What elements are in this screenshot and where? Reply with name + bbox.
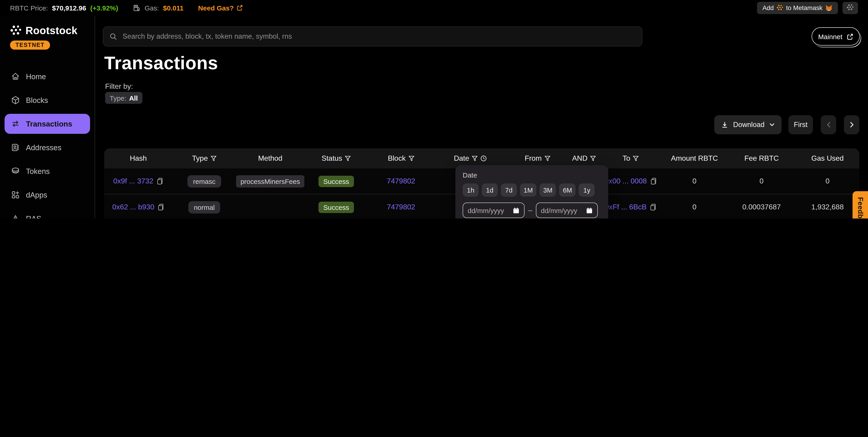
- status-badge: Success: [318, 175, 354, 187]
- network-stats: RBTC Price: $70,912.96 (+3.92%) Gas: $0.…: [10, 4, 243, 11]
- copy-icon[interactable]: [156, 177, 163, 185]
- sidebar-item-ras[interactable]: RAS: [5, 208, 90, 218]
- topbar-actions: Add to Metamask: [757, 2, 858, 14]
- date-range-chip-6M[interactable]: 6M: [559, 183, 576, 197]
- to-address-link[interactable]: 0x00 ... 0008: [604, 177, 647, 185]
- filter-icon[interactable]: [590, 155, 596, 162]
- feedback-tab[interactable]: Feedback: [852, 191, 868, 218]
- to-address-link[interactable]: 0xFf ... 6BcB: [605, 203, 646, 211]
- column-header-date[interactable]: Date: [434, 154, 507, 163]
- download-label: Download: [733, 121, 765, 129]
- column-label: Amount RBTC: [671, 154, 718, 163]
- gas-value: 0: [826, 177, 830, 185]
- column-label: Gas Used: [811, 154, 844, 163]
- tx-hash-link[interactable]: 0x9f ... 3732: [113, 177, 153, 185]
- date-to-input[interactable]: dd/mm/yyyy: [536, 203, 598, 218]
- rbtc-token-icon: [777, 4, 783, 11]
- date-range-chip-1h[interactable]: 1h: [463, 183, 478, 197]
- dapps-icon: [11, 190, 20, 199]
- sidebar-item-blocks[interactable]: Blocks: [5, 90, 90, 110]
- method-cell: processMinersFees: [236, 175, 304, 187]
- filter-icon[interactable]: [472, 155, 478, 162]
- sidebar-item-home[interactable]: Home: [5, 66, 90, 86]
- date-range-chip-7d[interactable]: 7d: [501, 183, 517, 197]
- brand: Rootstock TESTNET: [10, 25, 78, 50]
- column-header-amount-rbtc: Amount RBTC: [661, 154, 727, 163]
- addresses-icon: [11, 143, 20, 152]
- first-page-button[interactable]: First: [788, 115, 813, 134]
- chevron-left-icon: [826, 121, 831, 128]
- fee-value: 0.00037687: [742, 203, 781, 211]
- status-cell: Success: [304, 175, 368, 187]
- filter-icon[interactable]: [211, 155, 217, 162]
- blocks-icon: [11, 96, 20, 105]
- ras-icon: [11, 214, 20, 218]
- search-bar: [103, 26, 642, 47]
- sidebar-item-tokens[interactable]: Tokens: [5, 161, 90, 181]
- date-filter-popup: Date 1h1d7d1M3M6M1y dd/mm/yyyy – dd/mm/y…: [455, 165, 608, 218]
- column-header-hash: Hash: [104, 154, 173, 163]
- filter-icon[interactable]: [345, 155, 351, 162]
- tx-type-chip: remasc: [188, 175, 221, 187]
- filter-icon[interactable]: [544, 155, 550, 162]
- chevron-down-icon: [770, 123, 775, 126]
- sidebar-item-label: Tokens: [26, 167, 50, 175]
- column-label: Hash: [130, 154, 147, 163]
- column-label: To: [623, 154, 630, 163]
- column-header-block[interactable]: Block: [368, 154, 434, 163]
- column-label: Date: [454, 154, 469, 163]
- column-header-type[interactable]: Type: [173, 154, 236, 163]
- external-link-icon: [237, 5, 243, 11]
- type-filter-label: Type:: [110, 94, 126, 102]
- tx-hash-link[interactable]: 0x62 ... b930: [112, 203, 154, 211]
- gas-value: $0.011: [163, 4, 184, 11]
- hash-cell: 0x62 ... b930: [104, 203, 173, 211]
- type-filter-value: All: [129, 94, 137, 102]
- rbtc-price-value: $70,912.96: [52, 4, 86, 11]
- block-link[interactable]: 7479802: [387, 177, 415, 185]
- date-range-chip-1y[interactable]: 1y: [579, 183, 595, 197]
- previous-page-button[interactable]: [821, 115, 836, 134]
- sidebar-item-dapps[interactable]: dApps: [5, 185, 90, 205]
- clock-icon[interactable]: [480, 155, 487, 162]
- amount-cell: 0: [661, 177, 727, 185]
- filter-icon[interactable]: [408, 155, 414, 162]
- column-header-to[interactable]: To: [600, 154, 661, 163]
- column-header-and[interactable]: AND: [568, 154, 600, 163]
- rootstock-mini-icon: [847, 4, 854, 11]
- copy-icon[interactable]: [650, 177, 657, 185]
- topbar: RBTC Price: $70,912.96 (+3.92%) Gas: $0.…: [0, 0, 868, 16]
- add-to-metamask-button[interactable]: Add to Metamask: [757, 2, 838, 14]
- download-button[interactable]: Download: [714, 115, 781, 134]
- next-page-button[interactable]: [844, 115, 859, 134]
- date-from-input[interactable]: dd/mm/yyyy: [463, 203, 525, 218]
- network-switch-button[interactable]: Mainnet: [812, 27, 860, 46]
- column-header-method: Method: [236, 154, 304, 163]
- date-range-chip-1M[interactable]: 1M: [520, 183, 536, 197]
- gas-label: Gas:: [145, 4, 159, 11]
- tx-method-chip: processMinersFees: [236, 175, 304, 187]
- date-range-chip-1d[interactable]: 1d: [482, 183, 498, 197]
- column-header-fee-rbtc: Fee RBTC: [727, 154, 796, 163]
- copy-icon[interactable]: [650, 203, 657, 211]
- filter-icon[interactable]: [633, 155, 639, 162]
- date-popup-title: Date: [463, 171, 601, 179]
- sidebar-item-transactions[interactable]: Transactions: [5, 114, 90, 134]
- sidebar-item-label: Home: [26, 72, 46, 81]
- column-label: AND: [572, 154, 588, 163]
- column-header-from[interactable]: From: [507, 154, 568, 163]
- rootstock-apps-button[interactable]: [842, 2, 858, 14]
- block-link[interactable]: 7479802: [387, 203, 415, 211]
- external-link-icon: [846, 33, 853, 40]
- copy-icon[interactable]: [158, 203, 164, 211]
- need-gas-link[interactable]: Need Gas?: [198, 4, 243, 11]
- sidebar-item-label: Addresses: [26, 143, 61, 152]
- amount-value: 0: [692, 203, 696, 211]
- date-range-chip-3M[interactable]: 3M: [539, 183, 556, 197]
- column-header-status[interactable]: Status: [304, 154, 368, 163]
- gas-value: 1,932,688: [811, 203, 844, 211]
- type-filter-chip[interactable]: Type: All: [105, 92, 143, 104]
- sidebar-item-addresses[interactable]: Addresses: [5, 138, 90, 157]
- download-icon: [721, 121, 728, 128]
- search-input[interactable]: [122, 32, 636, 41]
